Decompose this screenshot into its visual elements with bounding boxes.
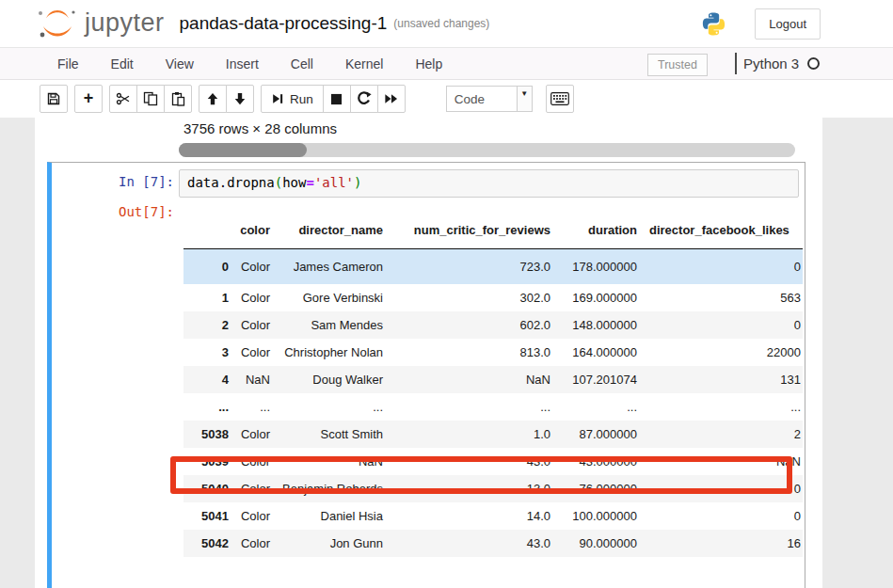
table-cell: ... (233, 393, 275, 421)
column-header: color (233, 215, 275, 249)
jupyter-notebook-app: jupyter pandas-data-processing-1 (unsave… (0, 0, 893, 588)
table-cell: 22000 (642, 339, 803, 366)
table-cell: Color (233, 502, 275, 530)
table-row: 3ColorChristopher Nolan813.0164.00000022… (183, 339, 803, 366)
row-index: 5039 (183, 448, 233, 475)
trusted-badge[interactable]: Trusted (647, 54, 708, 76)
table-cell: Color (233, 530, 275, 557)
table-row: 5042ColorJon Gunn43.090.00000016 (183, 530, 803, 557)
row-index: 5041 (183, 502, 233, 530)
notebook-save-status: (unsaved changes) (393, 17, 489, 30)
table-cell: 148.000000 (555, 311, 642, 339)
jupyter-logo-text: jupyter (85, 8, 165, 38)
notebook-title[interactable]: pandas-data-processing-1 (180, 13, 388, 34)
table-cell: NaN (642, 448, 803, 475)
menu-item-edit[interactable]: Edit (95, 49, 150, 79)
column-header: director_facebook_likes (642, 215, 803, 249)
jupyter-logo[interactable]: jupyter (36, 8, 165, 40)
restart-kernel-button[interactable] (350, 85, 378, 113)
row-index: 5040 (183, 475, 233, 502)
stop-icon (330, 93, 343, 105)
table-cell: 131 (642, 366, 803, 393)
output-prompt: Out[7]: (52, 204, 174, 219)
selected-code-cell[interactable]: In [7]: data.dropna(how='all') Out[7]: c… (47, 162, 805, 588)
kernel-idle-icon (807, 57, 820, 70)
table-cell: 43.0 (388, 530, 555, 557)
menu-item-view[interactable]: View (150, 49, 210, 79)
table-cell: 723.0 (388, 249, 555, 285)
table-row: 5039ColorNaN43.043.000000NaN (183, 448, 803, 475)
menu-item-kernel[interactable]: Kernel (329, 49, 399, 79)
dataframe-table: colordirector_namenum_critic_for_reviews… (183, 215, 803, 557)
restart-icon (357, 91, 372, 106)
table-cell: Doug Walker (275, 366, 388, 393)
table-cell: Color (233, 475, 275, 502)
code-editor[interactable]: data.dropna(how='all') (179, 169, 799, 198)
chevron-down-icon: ▼ (517, 87, 532, 111)
cell-type-dropdown[interactable]: Code ▼ (446, 86, 533, 112)
logout-button[interactable]: Logout (755, 8, 821, 40)
dataframe-shape-summary: 3756 rows × 28 columns (183, 120, 337, 136)
menu-item-cell[interactable]: Cell (275, 49, 329, 79)
copy-cell-button[interactable] (136, 85, 165, 113)
table-cell: 13.0 (388, 475, 555, 502)
table-cell: 107.201074 (555, 366, 642, 393)
code-token-string: 'all' (314, 175, 354, 190)
menu-item-file[interactable]: File (41, 49, 95, 79)
row-index: 4 (183, 366, 233, 393)
move-cell-up-button[interactable] (199, 85, 227, 113)
save-icon (46, 91, 61, 106)
table-row: 5041ColorDaniel Hsia14.0100.0000000 (183, 502, 803, 530)
table-cell: 0 (642, 311, 803, 339)
table-cell: ... (642, 393, 803, 421)
table-row: 4NaNDoug WalkerNaN107.201074131 (183, 366, 803, 393)
table-cell: Gore Verbinski (275, 284, 388, 311)
run-button-label: Run (290, 92, 313, 106)
table-cell: 178.000000 (555, 249, 642, 285)
table-cell: Benjamin Roberds (275, 475, 388, 502)
paste-icon (170, 91, 185, 106)
restart-run-all-button[interactable] (377, 85, 406, 113)
table-cell: James Cameron (275, 249, 388, 285)
menu-item-insert[interactable]: Insert (210, 49, 275, 79)
table-cell: 0 (642, 249, 803, 285)
horizontal-scrollbar-thumb[interactable] (179, 143, 307, 157)
table-cell: 0 (642, 502, 803, 530)
table-cell: Color (233, 421, 275, 448)
table-cell: Jon Gunn (275, 530, 388, 557)
dataframe-header: colordirector_namenum_critic_for_reviews… (183, 215, 803, 249)
row-index: 5042 (183, 530, 233, 557)
table-cell: ... (555, 393, 642, 421)
table-cell: 2 (642, 421, 803, 448)
table-cell: ... (388, 393, 555, 421)
table-row: 2ColorSam Mendes602.0148.0000000 (183, 311, 803, 339)
column-header: duration (555, 215, 642, 249)
menu-item-help[interactable]: Help (399, 49, 458, 79)
menu-bar: File Edit View Insert Cell Kernel Help T… (0, 48, 893, 80)
row-index: 0 (183, 249, 233, 285)
row-index: 5038 (183, 421, 233, 448)
table-cell: Color (233, 249, 275, 285)
row-index: ... (183, 393, 233, 421)
horizontal-scrollbar-track[interactable] (179, 143, 795, 157)
cut-cell-button[interactable] (109, 85, 137, 113)
kernel-separator (735, 53, 737, 74)
table-cell: 16 (642, 530, 803, 557)
command-palette-button[interactable] (546, 85, 574, 113)
scissors-icon (116, 91, 131, 106)
run-cell-button[interactable]: Run (261, 85, 324, 113)
add-cell-button[interactable]: + (74, 85, 103, 113)
kernel-indicator-area: Python 3 (735, 53, 820, 74)
table-cell: 813.0 (388, 339, 555, 366)
move-cell-down-button[interactable] (226, 85, 254, 113)
code-token-function: data.dropna (187, 175, 275, 190)
notebook-container: 3756 rows × 28 columns In [7]: data.drop… (35, 118, 822, 588)
table-cell: 1.0 (388, 421, 555, 448)
plus-icon: + (84, 89, 94, 106)
interrupt-kernel-button[interactable] (323, 85, 351, 113)
save-button[interactable] (40, 85, 68, 113)
paste-cell-button[interactable] (164, 85, 192, 113)
arrow-down-icon (233, 92, 247, 105)
table-cell: 43.000000 (555, 448, 642, 475)
column-header: num_critic_for_reviews (388, 215, 555, 249)
